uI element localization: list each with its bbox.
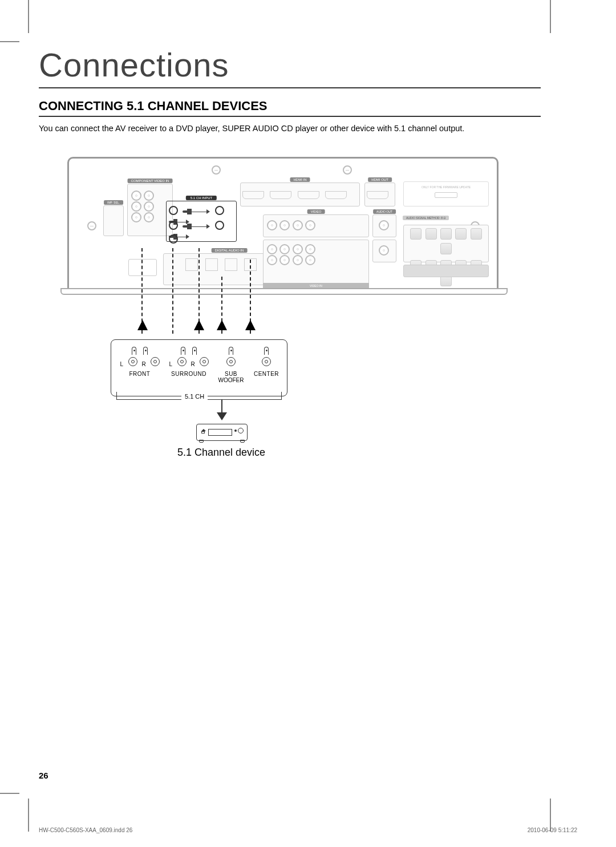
rca-jack xyxy=(267,255,277,265)
page-content: Connections CONNECTING 5.1 CHANNEL DEVIC… xyxy=(39,46,541,793)
rca-jack xyxy=(293,244,303,254)
fivech-input-panel: 5.1 CH INPUT xyxy=(166,201,237,242)
audio-out-panel: AUDIO OUT xyxy=(372,214,396,237)
optical-port-icon xyxy=(185,258,198,271)
speaker-terminal-icon xyxy=(471,228,482,240)
rca-plug-icon xyxy=(143,347,148,355)
panel-label: COMPONENT VIDEO IN xyxy=(128,179,173,183)
speaker-terminal-icon xyxy=(455,228,467,240)
rca-plug-icon xyxy=(226,357,236,366)
speaker-terminal-icon xyxy=(440,243,452,254)
r-label: R xyxy=(190,361,196,367)
connection-diagram: COMPONENT VIDEO IN IMP. SEL. HDMI IN xyxy=(67,157,501,459)
rca-jack xyxy=(293,220,303,230)
rca-jack xyxy=(267,220,277,230)
service-port-icon xyxy=(435,192,457,198)
rca-jack xyxy=(169,206,178,215)
screw-icon xyxy=(87,221,96,230)
cable-plug-icon xyxy=(183,209,210,214)
footer-timestamp: 2010-06-09 5:11:22 xyxy=(528,827,577,833)
crop-mark xyxy=(28,799,29,832)
cable-plug-icon xyxy=(183,224,210,229)
rca-jack xyxy=(279,244,290,254)
hdmi-in-panel: HDMI IN xyxy=(240,183,360,206)
speaker-terminal-icon xyxy=(425,228,437,240)
rca-jack xyxy=(131,212,141,222)
conn-sublabel: WOOFER xyxy=(214,377,248,383)
speaker-terminal-icon xyxy=(440,228,452,240)
speaker-out-panel xyxy=(403,225,489,262)
arrow-up-icon xyxy=(217,320,227,330)
hdmi-port-icon xyxy=(270,191,291,199)
rca-plug-icon xyxy=(229,347,233,355)
rca-jack xyxy=(279,255,290,265)
rca-jack xyxy=(379,220,389,230)
hdmi-out-panel: HDMI OUT xyxy=(364,183,395,206)
page-number: 26 xyxy=(39,771,48,780)
crop-mark xyxy=(28,0,29,33)
conn-center: CENTER xyxy=(249,347,283,377)
rca-jack xyxy=(215,221,224,230)
optical-port-icon xyxy=(225,258,237,271)
intro-text: You can connect the AV receiver to a DVD… xyxy=(39,123,541,134)
arrow-up-icon xyxy=(245,320,256,330)
speaker-out-label-strip xyxy=(403,265,489,277)
arrow-up-icon xyxy=(137,320,148,330)
conn-label: SURROUND xyxy=(166,371,212,377)
rca-jack xyxy=(379,245,389,256)
speaker-terminal-icon xyxy=(410,228,422,240)
knob-icon xyxy=(238,428,244,433)
print-footer: HW-C500-C560S-XAA_0609.indd 26 2010-06-0… xyxy=(39,827,577,833)
hdmi-port-icon xyxy=(298,191,319,199)
r-label: R xyxy=(141,361,147,367)
rca-plug-icon xyxy=(192,347,197,355)
panel-label: AUDIO OUT xyxy=(373,209,396,214)
rca-jack xyxy=(169,234,178,244)
sw-out-panel xyxy=(372,240,396,262)
rca-jack xyxy=(305,244,315,254)
ipod-port xyxy=(128,259,157,276)
video-panel: VIDEO xyxy=(263,214,369,237)
arrow-down-icon xyxy=(217,412,227,420)
audio-signal-label: AUDIO SIGNAL METHOD: 8 Ω xyxy=(403,216,449,220)
anynet-text: ONLY FOR THE FIRMWARE UPDATE xyxy=(422,185,471,189)
impedance-selector: IMP. SEL. xyxy=(103,205,124,236)
crop-mark xyxy=(0,41,19,42)
conn-front: L R FRONT xyxy=(117,347,163,377)
conn-label: SUB xyxy=(214,371,248,377)
footer-filename: HW-C500-C560S-XAA_0609.indd 26 xyxy=(39,827,132,833)
screw-icon xyxy=(212,165,221,175)
conn-subwoofer: SUB WOOFER xyxy=(214,347,248,383)
conn-label: FRONT xyxy=(117,371,163,377)
rca-jack xyxy=(215,206,224,215)
rca-plug-icon xyxy=(151,357,160,366)
conn-label: CENTER xyxy=(249,371,283,377)
receiver-back-panel: COMPONENT VIDEO IN IMP. SEL. HDMI IN xyxy=(67,157,499,294)
rca-plug-icon xyxy=(132,347,136,355)
receiver-base xyxy=(60,288,508,295)
eject-icon xyxy=(201,431,205,433)
arrow-up-icon xyxy=(194,320,204,330)
section-heading: CONNECTING 5.1 CHANNEL DEVICES xyxy=(39,99,541,117)
panel-label: HDMI OUT xyxy=(368,177,392,182)
optical-port-icon xyxy=(205,258,218,271)
rca-jack xyxy=(144,191,154,201)
disc-tray-icon xyxy=(208,429,232,436)
bracket-label: 5.1 CH xyxy=(181,393,208,400)
panel-label: HDMI IN xyxy=(290,177,310,182)
rca-jack xyxy=(279,220,290,230)
hdmi-port-icon xyxy=(367,191,388,199)
l-label: L xyxy=(168,361,173,367)
rca-jack xyxy=(131,201,141,212)
rca-jack xyxy=(305,220,315,230)
rca-jack xyxy=(144,201,154,212)
rca-plug-icon xyxy=(128,357,137,366)
device-label: 5.1 Channel device xyxy=(164,447,278,459)
rca-jack xyxy=(267,244,277,254)
panel-label: VIDEO xyxy=(307,209,325,214)
rca-jack xyxy=(169,221,178,230)
crop-mark xyxy=(550,0,551,33)
conn-surround: L R SURROUND xyxy=(166,347,212,377)
chapter-title: Connections xyxy=(39,46,541,88)
anynet-box: ONLY FOR THE FIRMWARE UPDATE xyxy=(403,181,489,206)
